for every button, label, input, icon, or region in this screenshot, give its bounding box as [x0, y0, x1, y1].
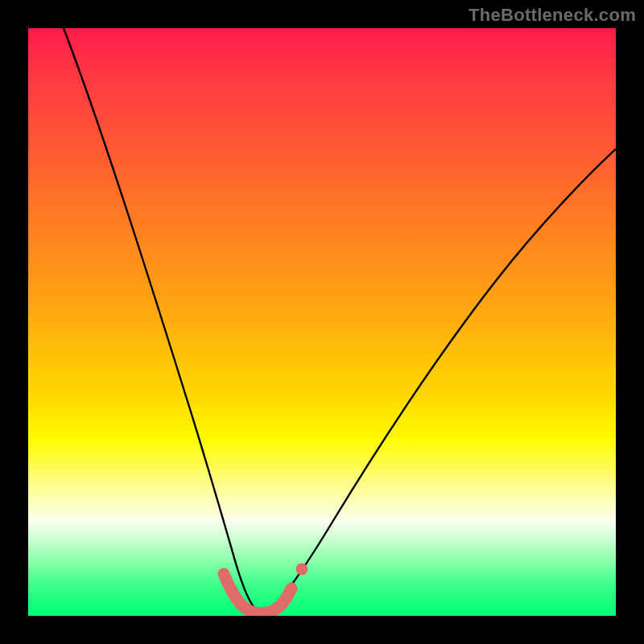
curve-layer — [28, 28, 616, 616]
highlight-bottom — [224, 574, 291, 613]
highlight-dot — [296, 564, 308, 576]
plot-area — [28, 28, 616, 616]
bottleneck-curve — [64, 28, 616, 611]
watermark-text: TheBottleneck.com — [469, 5, 636, 26]
chart-frame: TheBottleneck.com — [0, 0, 644, 644]
